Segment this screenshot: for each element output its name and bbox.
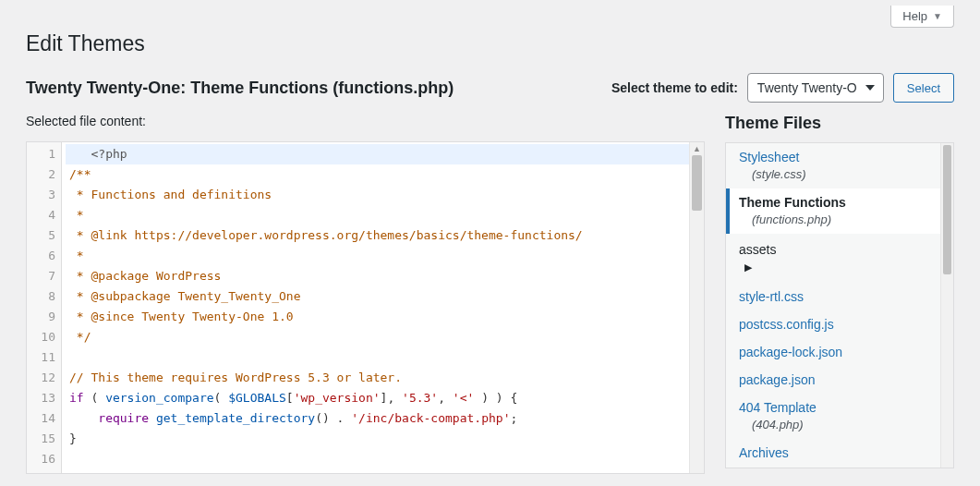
folder-item[interactable]: assets ▶ — [726, 234, 953, 282]
file-name: package-lock.json — [739, 344, 942, 360]
scrollbar-thumb[interactable] — [692, 155, 702, 211]
file-name: style-rtl.css — [739, 288, 942, 305]
file-item[interactable]: postcss.config.js — [726, 310, 953, 338]
code-line[interactable]: * @link https://developer.wordpress.org/… — [66, 225, 689, 246]
theme-files-heading: Theme Files — [725, 114, 954, 133]
file-item[interactable]: package-lock.json — [726, 338, 953, 366]
select-button[interactable]: Select — [893, 73, 954, 103]
code-line[interactable]: <?php — [66, 144, 689, 164]
editor-scrollbar[interactable]: ▲ — [689, 142, 704, 473]
file-tree-scrollbar[interactable] — [940, 143, 953, 468]
code-line[interactable]: if ( version_compare( $GLOBALS['wp_versi… — [66, 388, 689, 408]
file-name: postcss.config.js — [739, 316, 942, 333]
sub-title: Twenty Twenty-One: Theme Functions (func… — [26, 79, 454, 98]
code-editor[interactable]: 12345678910111213141516 <?php/** * Funct… — [26, 141, 705, 474]
file-sub: (functions.php) — [739, 213, 942, 228]
code-line[interactable]: } — [66, 429, 689, 449]
scroll-up-icon[interactable]: ▲ — [690, 142, 704, 155]
code-line[interactable]: * — [66, 246, 689, 266]
code-line[interactable] — [66, 449, 689, 469]
file-name: assets — [739, 241, 942, 258]
file-name: Stylesheet — [739, 149, 942, 165]
file-sub: (style.css) — [739, 167, 942, 183]
chevron-right-icon: ▶ — [744, 261, 752, 273]
help-button[interactable]: Help ▼ — [890, 6, 954, 28]
page-title: Edit Themes — [26, 31, 954, 56]
theme-select-dropdown[interactable]: Twenty Twenty-One — [747, 73, 884, 103]
chevron-down-icon: ▼ — [933, 11, 942, 21]
file-tree: Stylesheet(style.css)Theme Functions(fun… — [725, 142, 954, 468]
line-number-gutter: 12345678910111213141516 — [27, 142, 62, 473]
file-name: 404 Template — [739, 399, 942, 416]
code-line[interactable]: * Functions and definitions — [66, 185, 689, 205]
code-line[interactable]: require get_template_directory() . '/inc… — [66, 408, 689, 429]
file-name: Archives — [739, 444, 942, 461]
file-name: package.json — [739, 371, 942, 388]
code-line[interactable] — [66, 347, 689, 368]
code-line[interactable]: * @package WordPress — [66, 266, 689, 286]
file-item[interactable]: Stylesheet(style.css) — [726, 143, 953, 188]
code-line[interactable]: * @subpackage Twenty_Twenty_One — [66, 286, 689, 307]
file-sub: (404.php) — [739, 418, 942, 433]
theme-select-label: Select theme to edit: — [611, 80, 738, 95]
file-item[interactable]: 404 Template(404.php) — [726, 394, 953, 439]
code-line[interactable]: */ — [66, 327, 689, 347]
code-line[interactable]: /** — [66, 164, 689, 185]
file-item: Theme Functions(functions.php) — [726, 188, 953, 234]
file-name: Theme Functions — [739, 194, 942, 211]
code-line[interactable]: * — [66, 205, 689, 225]
code-area[interactable]: <?php/** * Functions and definitions * *… — [62, 142, 689, 473]
file-tree-scrollbar-thumb[interactable] — [943, 145, 951, 274]
code-line[interactable]: // This theme requires WordPress 5.3 or … — [66, 368, 689, 388]
file-item[interactable]: package.json — [726, 366, 953, 394]
code-line[interactable]: * @since Twenty Twenty-One 1.0 — [66, 307, 689, 327]
help-label: Help — [902, 9, 927, 23]
file-item[interactable]: style-rtl.css — [726, 283, 953, 310]
selected-file-label: Selected file content: — [26, 114, 705, 128]
file-item[interactable]: Archives — [726, 439, 953, 467]
